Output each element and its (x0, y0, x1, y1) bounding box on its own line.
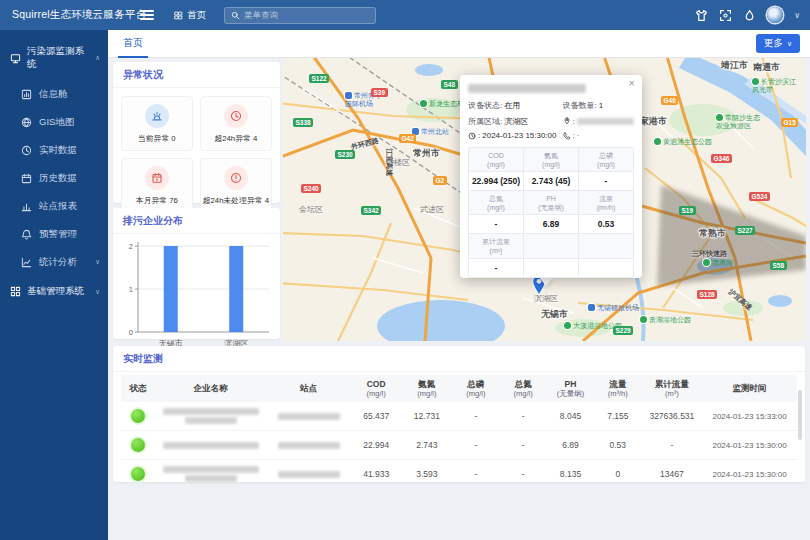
analysis-icon (21, 257, 32, 268)
metric-header: COD(mg/l) (469, 148, 524, 172)
sidebar-item-realtime-data[interactable]: 实时数据 (0, 136, 108, 164)
value-cell: - (641, 440, 702, 450)
status-ok-indicator (131, 467, 145, 481)
tab-home[interactable]: 首页 (118, 30, 148, 58)
redacted-text (278, 442, 340, 449)
popup-fields: 设备状态:在用设备数量:1所属区域:滨湖区::2024-01-23 15:30:… (468, 100, 634, 140)
road-badge: S338 (293, 118, 313, 127)
stat-card-over-24h-abnormal[interactable]: 超24h异常 4 (200, 96, 272, 151)
avatar[interactable] (767, 7, 783, 23)
calendar-alert-icon (145, 166, 169, 190)
metric-empty (579, 259, 633, 277)
station-cell (266, 411, 351, 422)
svg-text:2: 2 (129, 242, 133, 251)
phone-icon (563, 132, 571, 140)
value-cell: 13467 (641, 469, 702, 479)
status-cell (121, 467, 155, 481)
road-badge: S342 (361, 206, 381, 215)
chevron-up-icon: ∧ (95, 54, 100, 62)
main-area: 首页 更多 ∨ 异常状况 当前异常 0超24h异常 4本月异常 76超24h未处… (108, 30, 810, 540)
flame-icon[interactable] (743, 9, 756, 22)
sidebar-group-basic-management[interactable]: 基础管理系统∨ (0, 276, 108, 307)
alert-circle-icon (224, 166, 248, 190)
dashboard-icon (21, 89, 32, 100)
road-badge: G40 (661, 96, 678, 105)
chevron-down-icon[interactable]: ∨ (794, 11, 800, 20)
stat-card-label: 当前异常 0 (138, 133, 176, 144)
value-cell: 0.53 (594, 440, 641, 450)
popup-callout (539, 277, 553, 286)
enterprise-distribution-panel: 排污企业分布 012无锡市滨湖区 (113, 208, 280, 339)
table-scrollbar[interactable] (798, 390, 802, 440)
distribution-bar-chart: 012无锡市滨湖区 (118, 236, 275, 354)
topbar-actions: ∨ (695, 7, 810, 23)
stat-card-over-24h-unhandled-abnormal[interactable]: 超24h未处理异常 4 (200, 158, 272, 213)
sidebar-item-gis-map[interactable]: GIS地图 (0, 108, 108, 136)
metric-empty (524, 259, 579, 277)
redacted-text (163, 466, 259, 473)
road-badge: S229 (613, 326, 633, 335)
stat-card-current-abnormal[interactable]: 当前异常 0 (121, 96, 193, 151)
table-row[interactable]: 41.9333.593--8.1350134672024-01-23 15:30… (121, 460, 797, 489)
status-ok-indicator (131, 438, 145, 452)
column-header: 状态 (121, 383, 155, 394)
road-badge: S58 (770, 261, 787, 270)
stat-card-month-abnormal[interactable]: 本月异常 76 (121, 158, 193, 213)
road-badge: G42 (399, 134, 416, 143)
sidebar-group-pollution-monitoring[interactable]: 污染源监测系统∧ (0, 36, 108, 80)
svg-text:1: 1 (129, 285, 133, 294)
table-row[interactable]: 65.43712.731--8.0457.155327636.5312024-0… (121, 402, 797, 431)
metric-header: 累计流量(m³) (469, 234, 524, 258)
monitor-time-cell: 2024-01-23 15:30:00 (702, 470, 797, 479)
report-icon (21, 201, 32, 212)
value-cell: - (500, 440, 547, 450)
value-cell: 22.994 (351, 440, 402, 450)
value-cell: 8.135 (547, 469, 594, 479)
phone: :· (563, 131, 634, 140)
road-badge: S19 (679, 206, 696, 215)
metric-value: - (579, 172, 633, 191)
station-cell (266, 469, 351, 480)
history-icon (21, 173, 32, 184)
home-breadcrumb[interactable]: 首页 (174, 9, 206, 22)
metric-header: 总磷(mg/l) (579, 148, 633, 172)
sidebar-item-alert-management[interactable]: 预警管理 (0, 220, 108, 248)
abnormal-status-panel: 异常状况 当前异常 0超24h异常 4本月异常 76超24h未处理异常 4 (113, 62, 280, 203)
sidebar-group-label: 污染源监测系统 (27, 45, 89, 71)
search-input[interactable] (244, 10, 369, 20)
status-cell (121, 409, 155, 423)
datetime: :2024-01-23 15:30:00 (468, 131, 563, 140)
metric-value: 2.743 (45) (524, 172, 579, 191)
device-status: 设备状态:在用 (468, 100, 563, 111)
metric-value: - (469, 259, 524, 277)
app-window: { "colors":{"topbar":"#2c5f9e","sidebar"… (0, 0, 810, 540)
table-row[interactable]: 22.9942.743--6.890.53-2024-01-23 15:30:0… (121, 431, 797, 460)
sidebar-item-history-data[interactable]: 历史数据 (0, 164, 108, 192)
road-badge: S128 (697, 290, 717, 299)
sidebar-item-statistics-analysis[interactable]: 统计分析∨ (0, 248, 108, 276)
metric-value: 22.994 (250) (469, 172, 524, 191)
menu-toggle-icon[interactable] (140, 10, 154, 20)
value-cell: 3.593 (402, 469, 453, 479)
gis-map[interactable]: 南通市靖江市张家港市常州市钟楼区金坛区武进区常熟市滨湖区无锡市新龙生态林黄泗浦生… (283, 58, 806, 341)
column-header: PH(无量纲) (547, 379, 594, 399)
abnormal-cards-grid: 当前异常 0超24h异常 4本月异常 76超24h未处理异常 4 (113, 88, 280, 221)
value-cell: 0 (594, 469, 641, 479)
column-header: 累计流量(m³) (641, 379, 702, 399)
skin-icon[interactable] (695, 9, 708, 22)
monitor-icon (10, 53, 21, 64)
sidebar-item-label: 预警管理 (39, 228, 77, 241)
column-header: 流量(m³/h) (594, 379, 641, 399)
screenshot-icon[interactable] (719, 9, 732, 22)
stat-card-label: 超24h未处理异常 4 (203, 195, 269, 206)
sidebar-item-label: 统计分析 (39, 256, 77, 269)
more-button[interactable]: 更多 ∨ (756, 34, 800, 53)
close-icon[interactable]: × (629, 78, 635, 89)
sidebar-item-info-hub[interactable]: 信息舱 (0, 80, 108, 108)
road-badge: S227 (735, 226, 755, 235)
sidebar-item-station-report[interactable]: 站点报表 (0, 192, 108, 220)
road-badge: G524 (749, 192, 770, 201)
column-header: 企业名称 (155, 383, 267, 394)
enterprise-name-cell (155, 464, 267, 484)
device-info-popup: ×设备状态:在用设备数量:1所属区域:滨湖区::2024-01-23 15:30… (460, 75, 642, 278)
